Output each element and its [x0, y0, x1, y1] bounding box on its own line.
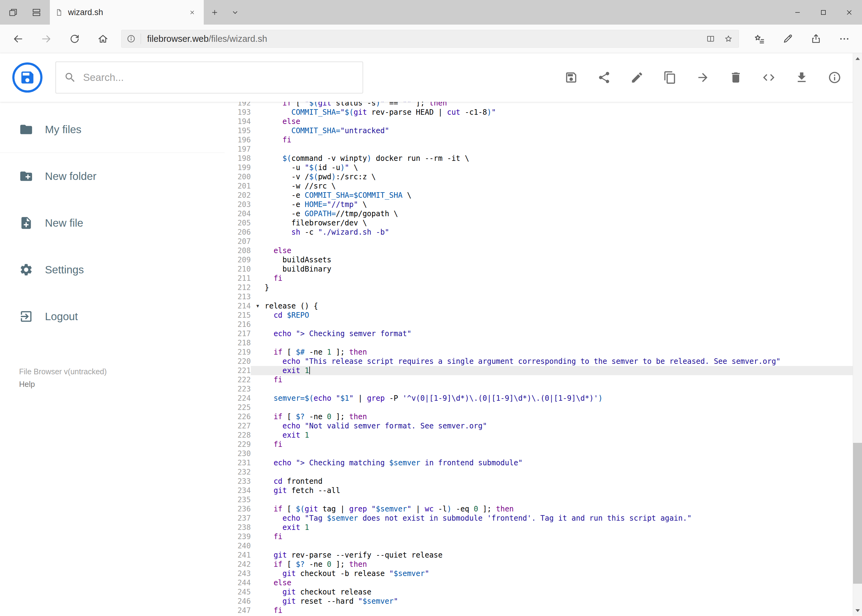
close-window-button[interactable]: [836, 0, 862, 25]
code-line[interactable]: 231 echo "> Checking matching $semver in…: [225, 458, 862, 467]
code-line[interactable]: 238 exit 1: [225, 523, 862, 532]
code-line[interactable]: 200 -v /$(pwd):/src:z \: [225, 172, 862, 181]
site-info-icon[interactable]: [121, 30, 141, 47]
fold-marker-icon[interactable]: ▼: [251, 302, 265, 311]
code-editor[interactable]: 192 if [ "$(git status -s)" == "" ]; the…: [225, 102, 862, 616]
code-line[interactable]: 229 fi: [225, 440, 862, 449]
code-line[interactable]: 204 -e GOPATH=//tmp/gopath \: [225, 209, 862, 218]
download-button[interactable]: [791, 68, 812, 88]
new-tab-button[interactable]: [204, 0, 225, 25]
code-line[interactable]: 210 buildBinary: [225, 264, 862, 274]
rename-button[interactable]: [627, 68, 647, 88]
code-line[interactable]: 215 cd $REPO: [225, 311, 862, 320]
sidebar-item-new-file[interactable]: New file: [0, 200, 225, 246]
code-line[interactable]: 193 COMMIT_SHA="$(git rev-parse HEAD | c…: [225, 108, 862, 117]
code-line[interactable]: 239 fi: [225, 532, 862, 541]
code-line[interactable]: 232: [225, 467, 862, 477]
code-line[interactable]: 216: [225, 320, 862, 329]
save-button[interactable]: [561, 68, 581, 88]
code-line[interactable]: 213: [225, 292, 862, 302]
code-line[interactable]: 196 fi: [225, 135, 862, 145]
home-button[interactable]: [89, 25, 117, 53]
code-line[interactable]: 194 else: [225, 117, 862, 126]
code-line[interactable]: 242 if [ $? -ne 0 ]; then: [225, 560, 862, 569]
refresh-button[interactable]: [60, 25, 89, 53]
code-line[interactable]: 228 exit 1: [225, 431, 862, 440]
code-line[interactable]: 240: [225, 541, 862, 550]
code-line[interactable]: 205 filebrowser/dev \: [225, 218, 862, 228]
more-options-button[interactable]: [830, 25, 858, 53]
scrollbar-thumb[interactable]: [853, 443, 862, 584]
copy-button[interactable]: [660, 68, 680, 88]
code-line[interactable]: 203 -e HOME="//tmp" \: [225, 200, 862, 209]
code-line[interactable]: 220 echo "This release script requires a…: [225, 357, 862, 366]
tabs-preview-button[interactable]: [25, 0, 47, 25]
code-line[interactable]: 235: [225, 495, 862, 504]
code-line[interactable]: 224 semver=$(echo "$1" | grep -P '^v(0|[…: [225, 394, 862, 403]
sidebar-item-new-folder[interactable]: New folder: [0, 153, 225, 200]
reading-view-button[interactable]: [702, 30, 720, 47]
code-line[interactable]: 247 fi: [225, 606, 862, 615]
code-line[interactable]: 201 -w //src \: [225, 181, 862, 191]
code-line[interactable]: 246 git reset --hard "$semver": [225, 597, 862, 606]
code-button[interactable]: [759, 68, 779, 88]
code-line[interactable]: 222 fi: [225, 375, 862, 384]
code-line[interactable]: 226 if [ $? -ne 0 ]; then: [225, 412, 862, 421]
set-tabs-aside-button[interactable]: [2, 0, 24, 25]
search-input[interactable]: [83, 72, 355, 83]
code-line[interactable]: 221 exit 1: [225, 366, 862, 375]
code-line[interactable]: 223: [225, 384, 862, 394]
code-line[interactable]: 198 $(command -v winpty) docker run --rm…: [225, 154, 862, 163]
code-line[interactable]: 209 buildAssets: [225, 255, 862, 264]
code-line[interactable]: 237 echo "Tag $semver does not exist in …: [225, 514, 862, 523]
share-button[interactable]: [594, 68, 614, 88]
favorites-hub-button[interactable]: [745, 25, 773, 53]
code-line[interactable]: 244 else: [225, 578, 862, 588]
code-line[interactable]: 195 COMMIT_SHA="untracked": [225, 126, 862, 135]
forward-button[interactable]: [32, 25, 60, 53]
share-page-button[interactable]: [802, 25, 830, 53]
maximize-button[interactable]: [810, 0, 836, 25]
page-scrollbar[interactable]: [853, 53, 862, 616]
info-button[interactable]: [824, 68, 845, 88]
back-button[interactable]: [4, 25, 32, 53]
code-line[interactable]: 207: [225, 237, 862, 246]
code-line[interactable]: 219 if [ $# -ne 1 ]; then: [225, 347, 862, 357]
help-link[interactable]: Help: [19, 380, 107, 389]
code-line[interactable]: 233 cd frontend: [225, 477, 862, 486]
code-line[interactable]: 241 git rev-parse --verify --quiet relea…: [225, 550, 862, 560]
code-line[interactable]: 214▼release () {: [225, 302, 862, 311]
scroll-up-button[interactable]: [853, 53, 862, 64]
code-line[interactable]: 211 fi: [225, 274, 862, 283]
sidebar-item-settings[interactable]: Settings: [0, 246, 225, 293]
code-line[interactable]: 236 if [ $(git tag | grep "$semver" | wc…: [225, 504, 862, 514]
address-bar[interactable]: filebrowser.web/files/wizard.sh: [121, 30, 739, 48]
scroll-down-button[interactable]: [853, 605, 862, 616]
code-line[interactable]: 199 -u "$(id -u)" \: [225, 163, 862, 172]
code-line[interactable]: 197: [225, 145, 862, 154]
minimize-button[interactable]: [785, 0, 810, 25]
tab-preview-chevron-button[interactable]: [225, 0, 245, 25]
add-favorite-button[interactable]: [720, 30, 738, 47]
code-line[interactable]: 243 git checkout -b release "$semver": [225, 569, 862, 578]
code-line[interactable]: 230: [225, 449, 862, 458]
code-line[interactable]: 212}: [225, 283, 862, 292]
code-line[interactable]: 206 sh -c "./wizard.sh -b": [225, 228, 862, 237]
sidebar-item-logout[interactable]: Logout: [0, 293, 225, 340]
code-line[interactable]: 192 if [ "$(git status -s)" == "" ]; the…: [225, 102, 862, 108]
tab-close-button[interactable]: [185, 6, 199, 19]
code-line[interactable]: 227 echo "Not valid semver format. See s…: [225, 421, 862, 431]
code-line[interactable]: 245 git checkout release: [225, 588, 862, 597]
browser-tab[interactable]: wizard.sh: [50, 0, 204, 25]
code-line[interactable]: 217 echo "> Checking semver format": [225, 329, 862, 338]
sidebar-item-my-files[interactable]: My files: [0, 106, 225, 153]
web-note-button[interactable]: [773, 25, 802, 53]
code-line[interactable]: 208 else: [225, 246, 862, 255]
code-line[interactable]: 218: [225, 338, 862, 347]
code-line[interactable]: 225: [225, 403, 862, 412]
search-box[interactable]: [55, 61, 363, 93]
code-line[interactable]: 234 git fetch --all: [225, 486, 862, 495]
code-line[interactable]: 202 -e COMMIT_SHA=$COMMIT_SHA \: [225, 191, 862, 200]
move-button[interactable]: [693, 68, 713, 88]
delete-button[interactable]: [726, 68, 746, 88]
